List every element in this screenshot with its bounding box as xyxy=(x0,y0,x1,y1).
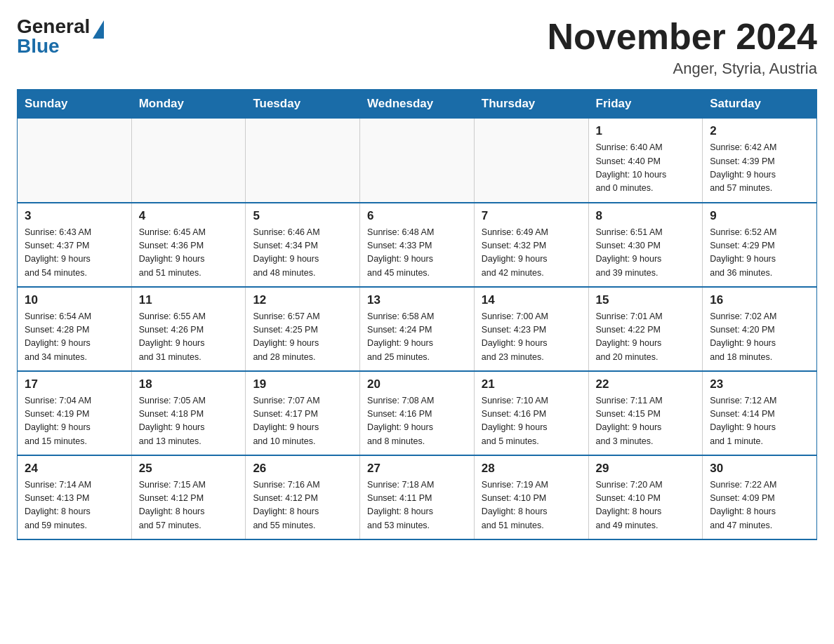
calendar-cell: 3Sunrise: 6:43 AMSunset: 4:37 PMDaylight… xyxy=(18,203,132,287)
day-info: Sunrise: 7:01 AMSunset: 4:22 PMDaylight:… xyxy=(596,310,696,365)
calendar-cell xyxy=(360,119,475,203)
day-number: 2 xyxy=(710,124,809,138)
day-number: 30 xyxy=(710,462,809,476)
calendar-cell: 14Sunrise: 7:00 AMSunset: 4:23 PMDayligh… xyxy=(474,287,588,371)
calendar-cell: 20Sunrise: 7:08 AMSunset: 4:16 PMDayligh… xyxy=(360,371,475,455)
calendar-cell: 10Sunrise: 6:54 AMSunset: 4:28 PMDayligh… xyxy=(18,287,132,371)
day-info: Sunrise: 7:16 AMSunset: 4:12 PMDaylight:… xyxy=(253,478,352,533)
calendar-cell xyxy=(474,119,588,203)
day-info: Sunrise: 7:14 AMSunset: 4:13 PMDaylight:… xyxy=(25,478,124,533)
weekday-header-monday: Monday xyxy=(131,90,246,119)
day-number: 15 xyxy=(596,293,696,307)
calendar-cell: 24Sunrise: 7:14 AMSunset: 4:13 PMDayligh… xyxy=(18,455,132,539)
calendar-week-row: 17Sunrise: 7:04 AMSunset: 4:19 PMDayligh… xyxy=(18,371,817,455)
day-number: 21 xyxy=(482,377,581,391)
day-number: 10 xyxy=(25,293,124,307)
calendar-cell: 22Sunrise: 7:11 AMSunset: 4:15 PMDayligh… xyxy=(588,371,703,455)
calendar-cell: 1Sunrise: 6:40 AMSunset: 4:40 PMDaylight… xyxy=(588,119,703,203)
calendar-cell: 16Sunrise: 7:02 AMSunset: 4:20 PMDayligh… xyxy=(703,287,817,371)
calendar-week-row: 3Sunrise: 6:43 AMSunset: 4:37 PMDaylight… xyxy=(18,203,817,287)
day-info: Sunrise: 6:55 AMSunset: 4:26 PMDaylight:… xyxy=(139,310,239,365)
day-number: 4 xyxy=(139,209,239,223)
weekday-header-friday: Friday xyxy=(588,90,703,119)
day-info: Sunrise: 7:15 AMSunset: 4:12 PMDaylight:… xyxy=(139,478,239,533)
day-number: 19 xyxy=(253,377,352,391)
weekday-header-sunday: Sunday xyxy=(18,90,132,119)
day-info: Sunrise: 7:04 AMSunset: 4:19 PMDaylight:… xyxy=(25,394,124,449)
day-number: 23 xyxy=(710,377,809,391)
day-info: Sunrise: 6:45 AMSunset: 4:36 PMDaylight:… xyxy=(139,226,239,281)
calendar-cell: 4Sunrise: 6:45 AMSunset: 4:36 PMDaylight… xyxy=(131,203,246,287)
logo: General Blue xyxy=(17,17,104,56)
calendar-cell: 2Sunrise: 6:42 AMSunset: 4:39 PMDaylight… xyxy=(703,119,817,203)
calendar-cell xyxy=(18,119,132,203)
day-info: Sunrise: 7:10 AMSunset: 4:16 PMDaylight:… xyxy=(482,394,581,449)
weekday-header-tuesday: Tuesday xyxy=(246,90,360,119)
calendar-cell: 25Sunrise: 7:15 AMSunset: 4:12 PMDayligh… xyxy=(131,455,246,539)
day-number: 22 xyxy=(596,377,696,391)
day-info: Sunrise: 7:12 AMSunset: 4:14 PMDaylight:… xyxy=(710,394,809,449)
calendar-cell: 29Sunrise: 7:20 AMSunset: 4:10 PMDayligh… xyxy=(588,455,703,539)
day-info: Sunrise: 6:51 AMSunset: 4:30 PMDaylight:… xyxy=(596,226,696,281)
calendar-cell: 23Sunrise: 7:12 AMSunset: 4:14 PMDayligh… xyxy=(703,371,817,455)
day-info: Sunrise: 6:48 AMSunset: 4:33 PMDaylight:… xyxy=(367,226,467,281)
calendar-table: SundayMondayTuesdayWednesdayThursdayFrid… xyxy=(17,89,817,540)
calendar-cell: 8Sunrise: 6:51 AMSunset: 4:30 PMDaylight… xyxy=(588,203,703,287)
day-number: 28 xyxy=(482,462,581,476)
calendar-cell: 21Sunrise: 7:10 AMSunset: 4:16 PMDayligh… xyxy=(474,371,588,455)
calendar-cell: 9Sunrise: 6:52 AMSunset: 4:29 PMDaylight… xyxy=(703,203,817,287)
weekday-header-wednesday: Wednesday xyxy=(360,90,475,119)
day-info: Sunrise: 6:49 AMSunset: 4:32 PMDaylight:… xyxy=(482,226,581,281)
day-info: Sunrise: 6:43 AMSunset: 4:37 PMDaylight:… xyxy=(25,226,124,281)
calendar-cell: 17Sunrise: 7:04 AMSunset: 4:19 PMDayligh… xyxy=(18,371,132,455)
calendar-cell: 18Sunrise: 7:05 AMSunset: 4:18 PMDayligh… xyxy=(131,371,246,455)
day-number: 1 xyxy=(596,124,696,138)
day-number: 29 xyxy=(596,462,696,476)
day-number: 27 xyxy=(367,462,467,476)
weekday-header-saturday: Saturday xyxy=(703,90,817,119)
day-number: 20 xyxy=(367,377,467,391)
month-title: November 2024 xyxy=(548,17,817,57)
calendar-cell: 5Sunrise: 6:46 AMSunset: 4:34 PMDaylight… xyxy=(246,203,360,287)
day-number: 11 xyxy=(139,293,239,307)
day-number: 14 xyxy=(482,293,581,307)
calendar-cell: 28Sunrise: 7:19 AMSunset: 4:10 PMDayligh… xyxy=(474,455,588,539)
day-info: Sunrise: 6:52 AMSunset: 4:29 PMDaylight:… xyxy=(710,226,809,281)
calendar-week-row: 24Sunrise: 7:14 AMSunset: 4:13 PMDayligh… xyxy=(18,455,817,539)
calendar-cell: 11Sunrise: 6:55 AMSunset: 4:26 PMDayligh… xyxy=(131,287,246,371)
day-info: Sunrise: 7:08 AMSunset: 4:16 PMDaylight:… xyxy=(367,394,467,449)
day-number: 7 xyxy=(482,209,581,223)
day-number: 3 xyxy=(25,209,124,223)
calendar-cell: 13Sunrise: 6:58 AMSunset: 4:24 PMDayligh… xyxy=(360,287,475,371)
day-number: 26 xyxy=(253,462,352,476)
calendar-cell xyxy=(246,119,360,203)
weekday-header-row: SundayMondayTuesdayWednesdayThursdayFrid… xyxy=(18,90,817,119)
calendar-week-row: 10Sunrise: 6:54 AMSunset: 4:28 PMDayligh… xyxy=(18,287,817,371)
calendar-cell: 30Sunrise: 7:22 AMSunset: 4:09 PMDayligh… xyxy=(703,455,817,539)
title-area: November 2024 Anger, Styria, Austria xyxy=(548,17,817,78)
day-info: Sunrise: 7:07 AMSunset: 4:17 PMDaylight:… xyxy=(253,394,352,449)
day-info: Sunrise: 6:57 AMSunset: 4:25 PMDaylight:… xyxy=(253,310,352,365)
calendar-cell xyxy=(131,119,246,203)
day-info: Sunrise: 6:58 AMSunset: 4:24 PMDaylight:… xyxy=(367,310,467,365)
logo-blue-text: Blue xyxy=(17,36,60,56)
calendar-week-row: 1Sunrise: 6:40 AMSunset: 4:40 PMDaylight… xyxy=(18,119,817,203)
weekday-header-thursday: Thursday xyxy=(474,90,588,119)
day-number: 18 xyxy=(139,377,239,391)
calendar-cell: 6Sunrise: 6:48 AMSunset: 4:33 PMDaylight… xyxy=(360,203,475,287)
day-info: Sunrise: 7:20 AMSunset: 4:10 PMDaylight:… xyxy=(596,478,696,533)
day-info: Sunrise: 6:40 AMSunset: 4:40 PMDaylight:… xyxy=(596,141,696,196)
day-info: Sunrise: 7:11 AMSunset: 4:15 PMDaylight:… xyxy=(596,394,696,449)
day-number: 24 xyxy=(25,462,124,476)
calendar-cell: 19Sunrise: 7:07 AMSunset: 4:17 PMDayligh… xyxy=(246,371,360,455)
day-number: 5 xyxy=(253,209,352,223)
logo-triangle-icon xyxy=(93,20,104,39)
day-number: 13 xyxy=(367,293,467,307)
day-number: 16 xyxy=(710,293,809,307)
day-info: Sunrise: 7:02 AMSunset: 4:20 PMDaylight:… xyxy=(710,310,809,365)
day-info: Sunrise: 7:19 AMSunset: 4:10 PMDaylight:… xyxy=(482,478,581,533)
day-number: 9 xyxy=(710,209,809,223)
location-label: Anger, Styria, Austria xyxy=(548,60,817,78)
day-number: 12 xyxy=(253,293,352,307)
calendar-cell: 12Sunrise: 6:57 AMSunset: 4:25 PMDayligh… xyxy=(246,287,360,371)
